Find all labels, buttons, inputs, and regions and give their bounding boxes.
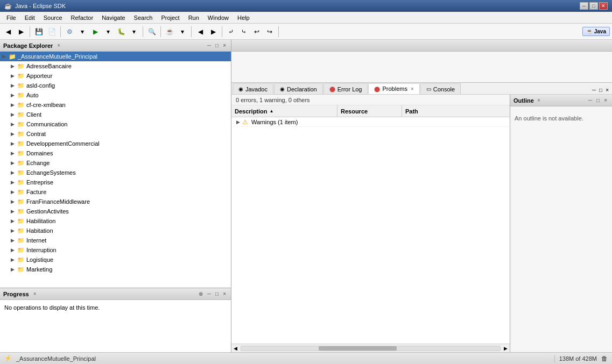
maximize-button[interactable]: □ xyxy=(589,2,598,10)
minimize-button[interactable]: ─ xyxy=(580,2,588,10)
menu-refactor[interactable]: Refactor xyxy=(67,13,98,22)
toolbar-save[interactable]: 💾 xyxy=(33,26,45,38)
tree-item-devcommercial[interactable]: ▶ 📁 DeveloppementCommercial xyxy=(0,139,231,148)
tree-item-echange[interactable]: ▶ 📁 Echange xyxy=(0,158,231,168)
toolbar-prev-edit[interactable]: ◀ xyxy=(194,26,206,38)
tab-problems-close[interactable]: × xyxy=(411,86,414,92)
expand-arrow[interactable]: ▶ xyxy=(11,112,17,117)
outline-maximize[interactable]: □ xyxy=(595,97,601,104)
progress-stop[interactable]: ⊗ xyxy=(197,290,205,297)
menu-file[interactable]: File xyxy=(2,13,20,22)
tree-item-internet[interactable]: ▶ 📁 Internet xyxy=(0,235,231,245)
tree-item-gestionactivites[interactable]: ▶ 📁 GestionActivites xyxy=(0,206,231,216)
toolbar-run-dropdown[interactable]: ▾ xyxy=(102,26,114,38)
toolbar-extra3[interactable]: ↩ xyxy=(251,26,263,38)
tree-item-marketing[interactable]: ▶ 📁 Marketing xyxy=(0,265,231,274)
progress-panel-close[interactable]: × xyxy=(221,290,228,297)
table-row-warnings[interactable]: ▶ ⚠ Warnings (1 item) xyxy=(231,117,510,127)
tab-problems[interactable]: ⬤ Problems × xyxy=(368,83,419,94)
tree-item-entreprise[interactable]: ▶ 📁 Entreprise xyxy=(0,177,231,187)
expand-arrow[interactable]: ▶ xyxy=(11,83,17,88)
panel-maximize[interactable]: □ xyxy=(214,42,220,49)
tree-item-adressebancaire[interactable]: ▶ 📁 AdresseBancaire xyxy=(0,61,231,71)
expand-arrow[interactable]: ▶ xyxy=(11,180,17,185)
progress-close[interactable]: × xyxy=(33,291,37,297)
expand-arrow[interactable]: ▶ xyxy=(11,122,17,127)
tab-console[interactable]: ▭ Console xyxy=(420,83,461,94)
expand-arrow[interactable]: ▶ xyxy=(11,189,17,195)
toolbar-build[interactable]: ⚙ xyxy=(64,26,75,38)
tree-item-cfcre[interactable]: ▶ 📁 cf-cre-xmlbean xyxy=(0,100,231,110)
col-header-path[interactable]: Path xyxy=(402,105,510,117)
h-scroll-thumb[interactable] xyxy=(319,346,396,351)
toolbar-debug[interactable]: 🐛 xyxy=(115,26,127,38)
tabs-close[interactable]: × xyxy=(604,86,610,94)
menu-source[interactable]: Source xyxy=(39,13,67,22)
expand-arrow[interactable]: ▶ xyxy=(11,73,17,78)
expand-arrow-assurance[interactable]: ▶ xyxy=(2,54,9,59)
tree-item-client[interactable]: ▶ 📁 Client xyxy=(0,110,231,119)
gc-button[interactable]: 🗑 xyxy=(601,355,608,362)
tabs-maximize[interactable]: □ xyxy=(598,86,603,94)
outline-close[interactable]: × xyxy=(537,97,540,103)
expand-arrow[interactable]: ▶ xyxy=(11,218,17,224)
expand-arrow[interactable]: ▶ xyxy=(11,238,17,243)
h-scroll-left[interactable]: ◀ xyxy=(231,346,240,351)
col-header-description[interactable]: Description ▲ xyxy=(231,105,337,117)
expand-arrow[interactable]: ▶ xyxy=(11,257,17,262)
expand-arrow[interactable]: ▶ xyxy=(11,131,17,137)
toolbar-new-dropdown[interactable]: ▾ xyxy=(177,26,188,38)
tab-declaration[interactable]: ◉ Declaration xyxy=(274,83,323,94)
menu-window[interactable]: Window xyxy=(203,13,233,22)
h-scroll-track[interactable] xyxy=(241,346,501,351)
expand-arrow[interactable]: ▶ xyxy=(11,170,17,175)
toolbar-build-dropdown[interactable]: ▾ xyxy=(76,26,88,38)
expand-arrow[interactable]: ▶ xyxy=(11,209,17,214)
tree-item-domaines[interactable]: ▶ 📁 Domaines xyxy=(0,148,231,158)
expand-arrow[interactable]: ▶ xyxy=(11,247,17,253)
tab-errorlog[interactable]: ⬤ Error Log xyxy=(323,83,368,94)
tree-item-franfinance[interactable]: ▶ 📁 FranFinanceMiddleware xyxy=(0,197,231,206)
tree-item-assurance[interactable]: ▶ 📁 _AssuranceMutuelle_Principal xyxy=(0,52,231,61)
expand-arrow[interactable]: ▶ xyxy=(11,160,17,166)
tree-item-logistique[interactable]: ▶ 📁 Logistique xyxy=(0,255,231,265)
expand-arrow[interactable]: ▶ xyxy=(11,92,17,98)
outline-panel-close[interactable]: × xyxy=(602,97,609,104)
menu-run[interactable]: Run xyxy=(184,13,203,22)
h-scroll-right[interactable]: ▶ xyxy=(502,346,510,351)
row-expand-icon[interactable]: ▶ xyxy=(234,119,242,125)
toolbar-extra4[interactable]: ↪ xyxy=(264,26,276,38)
expand-arrow[interactable]: ▶ xyxy=(11,151,17,156)
outline-minimize[interactable]: ─ xyxy=(587,97,594,104)
package-explorer-tree[interactable]: ▶ 📁 _AssuranceMutuelle_Principal ▶ 📁 Adr… xyxy=(0,52,231,288)
tree-item-habilitation[interactable]: ▶ 📁 Habilitation xyxy=(0,216,231,226)
expand-arrow[interactable]: ▶ xyxy=(11,63,17,69)
expand-arrow[interactable]: ▶ xyxy=(11,228,17,233)
toolbar-search[interactable]: 🔍 xyxy=(146,26,158,38)
toolbar-run[interactable]: ▶ xyxy=(89,26,101,38)
tree-item-contrat[interactable]: ▶ 📁 Contrat xyxy=(0,129,231,139)
panel-minimize[interactable]: ─ xyxy=(206,42,213,49)
tab-javadoc[interactable]: ◉ Javadoc xyxy=(233,83,273,94)
expand-arrow[interactable]: ▶ xyxy=(11,141,17,146)
toolbar-extra1[interactable]: ⤶ xyxy=(225,26,237,38)
toolbar-next-edit[interactable]: ▶ xyxy=(207,26,219,38)
tree-item-echangesystemes[interactable]: ▶ 📁 EchangeSystemes xyxy=(0,168,231,177)
package-explorer-close[interactable]: × xyxy=(57,42,60,48)
expand-arrow[interactable]: ▶ xyxy=(11,199,17,204)
col-header-resource[interactable]: Resource xyxy=(337,105,402,117)
java-perspective-button[interactable]: ☕ Java xyxy=(582,27,610,36)
panel-close[interactable]: × xyxy=(221,42,228,49)
progress-minimize[interactable]: ─ xyxy=(206,290,213,297)
close-button[interactable]: ✕ xyxy=(599,2,608,10)
tree-item-facture[interactable]: ▶ 📁 Facture xyxy=(0,187,231,197)
tree-item-apporteur[interactable]: ▶ 📁 Apporteur xyxy=(0,71,231,81)
tree-item-asld[interactable]: ▶ 📁 asld-config xyxy=(0,81,231,90)
tabs-minimize[interactable]: ─ xyxy=(591,86,597,94)
menu-search[interactable]: Search xyxy=(130,13,157,22)
tree-item-communication[interactable]: ▶ 📁 Communication xyxy=(0,119,231,129)
tree-item-habitation[interactable]: ▶ 📁 Habitation xyxy=(0,226,231,235)
toolbar-debug-dropdown[interactable]: ▾ xyxy=(128,26,140,38)
menu-navigate[interactable]: Navigate xyxy=(97,13,129,22)
menu-help[interactable]: Help xyxy=(233,13,254,22)
